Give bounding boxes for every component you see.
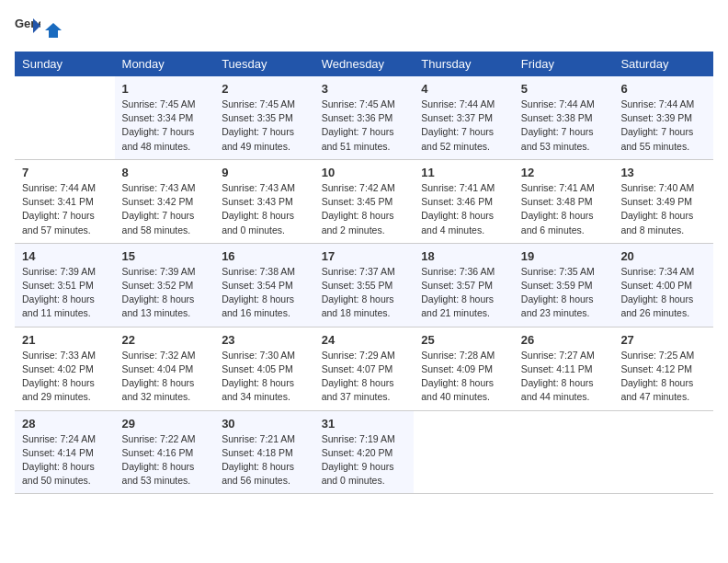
calendar-cell: 4Sunrise: 7:44 AMSunset: 3:37 PMDaylight…: [414, 76, 514, 159]
calendar-body: 1Sunrise: 7:45 AMSunset: 3:34 PMDaylight…: [15, 76, 713, 494]
calendar-cell: 10Sunrise: 7:42 AMSunset: 3:45 PMDayligh…: [314, 159, 415, 243]
day-info: Sunrise: 7:44 AMSunset: 3:37 PMDaylight:…: [421, 98, 506, 154]
calendar-cell: [414, 410, 514, 494]
weekday-header-cell: Saturday: [613, 52, 713, 76]
calendar-cell: [514, 410, 614, 494]
calendar-cell: 11Sunrise: 7:41 AMSunset: 3:46 PMDayligh…: [414, 159, 514, 243]
weekday-header-cell: Wednesday: [314, 52, 415, 76]
day-info: Sunrise: 7:27 AMSunset: 4:11 PMDaylight:…: [521, 349, 607, 405]
weekday-header-cell: Monday: [115, 52, 215, 76]
day-info: Sunrise: 7:21 AMSunset: 4:18 PMDaylight:…: [222, 432, 307, 488]
day-number: 6: [620, 82, 706, 96]
calendar-cell: 27Sunrise: 7:25 AMSunset: 4:12 PMDayligh…: [613, 327, 713, 410]
calendar-cell: 14Sunrise: 7:39 AMSunset: 3:51 PMDayligh…: [15, 243, 115, 327]
day-number: 3: [322, 82, 407, 96]
day-number: 31: [322, 417, 407, 431]
day-number: 24: [322, 333, 407, 347]
calendar-cell: 23Sunrise: 7:30 AMSunset: 4:05 PMDayligh…: [214, 327, 314, 410]
day-number: 2: [222, 82, 307, 96]
weekday-header-cell: Thursday: [414, 52, 514, 76]
day-info: Sunrise: 7:28 AMSunset: 4:09 PMDaylight:…: [421, 349, 506, 405]
day-info: Sunrise: 7:19 AMSunset: 4:20 PMDaylight:…: [322, 432, 407, 488]
calendar-cell: 28Sunrise: 7:24 AMSunset: 4:14 PMDayligh…: [15, 410, 115, 494]
day-info: Sunrise: 7:34 AMSunset: 4:00 PMDaylight:…: [620, 265, 706, 321]
day-info: Sunrise: 7:36 AMSunset: 3:57 PMDaylight:…: [421, 265, 506, 321]
day-number: 17: [322, 249, 407, 263]
header: General: [15, 15, 713, 40]
day-info: Sunrise: 7:25 AMSunset: 4:12 PMDaylight:…: [620, 349, 706, 405]
day-info: Sunrise: 7:37 AMSunset: 3:55 PMDaylight:…: [322, 265, 407, 321]
day-info: Sunrise: 7:38 AMSunset: 3:54 PMDaylight:…: [222, 265, 307, 321]
calendar-cell: 15Sunrise: 7:39 AMSunset: 3:52 PMDayligh…: [115, 243, 215, 327]
calendar-cell: 1Sunrise: 7:45 AMSunset: 3:34 PMDaylight…: [115, 76, 215, 159]
calendar-cell: 22Sunrise: 7:32 AMSunset: 4:04 PMDayligh…: [115, 327, 215, 410]
calendar-cell: 30Sunrise: 7:21 AMSunset: 4:18 PMDayligh…: [214, 410, 314, 494]
day-info: Sunrise: 7:30 AMSunset: 4:05 PMDaylight:…: [222, 349, 307, 405]
day-info: Sunrise: 7:44 AMSunset: 3:39 PMDaylight:…: [620, 98, 706, 154]
day-number: 14: [22, 249, 108, 263]
calendar-cell: [613, 410, 713, 494]
day-number: 26: [521, 333, 607, 347]
calendar-table: SundayMondayTuesdayWednesdayThursdayFrid…: [15, 52, 713, 494]
calendar-cell: 29Sunrise: 7:22 AMSunset: 4:16 PMDayligh…: [115, 410, 215, 494]
day-info: Sunrise: 7:39 AMSunset: 3:51 PMDaylight:…: [22, 265, 108, 321]
calendar-cell: 12Sunrise: 7:41 AMSunset: 3:48 PMDayligh…: [514, 159, 614, 243]
calendar-cell: 17Sunrise: 7:37 AMSunset: 3:55 PMDayligh…: [314, 243, 415, 327]
calendar-cell: 26Sunrise: 7:27 AMSunset: 4:11 PMDayligh…: [514, 327, 614, 410]
day-number: 13: [620, 166, 706, 179]
calendar-cell: 21Sunrise: 7:33 AMSunset: 4:02 PMDayligh…: [15, 327, 115, 410]
day-info: Sunrise: 7:45 AMSunset: 3:34 PMDaylight:…: [122, 98, 208, 154]
day-number: 1: [122, 82, 208, 96]
day-number: 12: [521, 166, 607, 179]
day-number: 21: [22, 333, 108, 347]
day-number: 30: [222, 417, 307, 431]
day-number: 8: [122, 166, 208, 179]
day-info: Sunrise: 7:43 AMSunset: 3:43 PMDaylight:…: [222, 181, 307, 237]
day-number: 11: [421, 166, 506, 179]
svg-marker-2: [45, 23, 62, 38]
calendar-cell: 13Sunrise: 7:40 AMSunset: 3:49 PMDayligh…: [613, 159, 713, 243]
calendar-week-row: 1Sunrise: 7:45 AMSunset: 3:34 PMDaylight…: [15, 76, 713, 159]
day-number: 15: [122, 249, 208, 263]
logo-bird-icon: [45, 21, 62, 38]
calendar-cell: [15, 76, 115, 159]
weekday-header-cell: Friday: [514, 52, 614, 76]
calendar-cell: 19Sunrise: 7:35 AMSunset: 3:59 PMDayligh…: [514, 243, 614, 327]
weekday-header-cell: Sunday: [15, 52, 115, 76]
weekday-header-row: SundayMondayTuesdayWednesdayThursdayFrid…: [15, 52, 713, 76]
calendar-cell: 25Sunrise: 7:28 AMSunset: 4:09 PMDayligh…: [414, 327, 514, 410]
day-info: Sunrise: 7:32 AMSunset: 4:04 PMDaylight:…: [122, 349, 208, 405]
calendar-cell: 3Sunrise: 7:45 AMSunset: 3:36 PMDaylight…: [314, 76, 415, 159]
logo-icon: General: [15, 15, 40, 40]
day-number: 22: [122, 333, 208, 347]
day-info: Sunrise: 7:43 AMSunset: 3:42 PMDaylight:…: [122, 181, 208, 237]
day-number: 20: [620, 249, 706, 263]
calendar-week-row: 21Sunrise: 7:33 AMSunset: 4:02 PMDayligh…: [15, 327, 713, 410]
calendar-week-row: 7Sunrise: 7:44 AMSunset: 3:41 PMDaylight…: [15, 159, 713, 243]
calendar-cell: 24Sunrise: 7:29 AMSunset: 4:07 PMDayligh…: [314, 327, 415, 410]
day-number: 27: [620, 333, 706, 347]
calendar-cell: 9Sunrise: 7:43 AMSunset: 3:43 PMDaylight…: [214, 159, 314, 243]
day-info: Sunrise: 7:44 AMSunset: 3:41 PMDaylight:…: [22, 181, 108, 237]
calendar-week-row: 14Sunrise: 7:39 AMSunset: 3:51 PMDayligh…: [15, 243, 713, 327]
calendar-cell: 2Sunrise: 7:45 AMSunset: 3:35 PMDaylight…: [214, 76, 314, 159]
day-info: Sunrise: 7:41 AMSunset: 3:46 PMDaylight:…: [421, 181, 506, 237]
calendar-cell: 6Sunrise: 7:44 AMSunset: 3:39 PMDaylight…: [613, 76, 713, 159]
day-number: 7: [22, 166, 108, 179]
day-number: 23: [222, 333, 307, 347]
day-info: Sunrise: 7:42 AMSunset: 3:45 PMDaylight:…: [322, 181, 407, 237]
day-number: 19: [521, 249, 607, 263]
day-number: 4: [421, 82, 506, 96]
day-info: Sunrise: 7:41 AMSunset: 3:48 PMDaylight:…: [521, 181, 607, 237]
calendar-cell: 31Sunrise: 7:19 AMSunset: 4:20 PMDayligh…: [314, 410, 415, 494]
day-info: Sunrise: 7:22 AMSunset: 4:16 PMDaylight:…: [122, 432, 208, 488]
day-info: Sunrise: 7:39 AMSunset: 3:52 PMDaylight:…: [122, 265, 208, 321]
day-number: 18: [421, 249, 506, 263]
day-info: Sunrise: 7:44 AMSunset: 3:38 PMDaylight:…: [521, 98, 607, 154]
weekday-header-cell: Tuesday: [214, 52, 314, 76]
day-info: Sunrise: 7:45 AMSunset: 3:36 PMDaylight:…: [322, 98, 407, 154]
day-number: 10: [322, 166, 407, 179]
day-number: 5: [521, 82, 607, 96]
day-number: 25: [421, 333, 506, 347]
calendar-cell: 20Sunrise: 7:34 AMSunset: 4:00 PMDayligh…: [613, 243, 713, 327]
